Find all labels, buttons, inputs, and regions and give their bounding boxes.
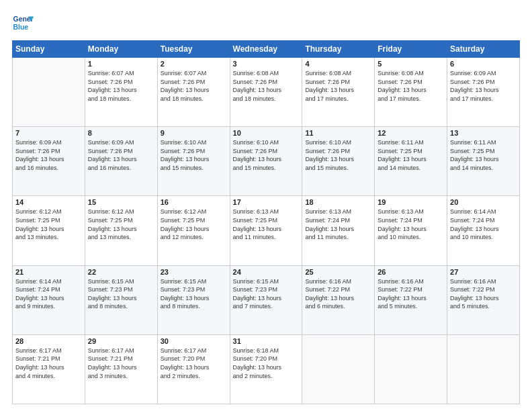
- day-info: Sunrise: 6:17 AM Sunset: 7:21 PM Dayligh…: [15, 347, 82, 380]
- day-info: Sunrise: 6:10 AM Sunset: 7:26 PM Dayligh…: [233, 138, 300, 172]
- calendar-day-cell: 15Sunrise: 6:12 AM Sunset: 7:25 PM Dayli…: [85, 196, 157, 265]
- day-number: 4: [305, 60, 371, 68]
- day-info: Sunrise: 6:09 AM Sunset: 7:26 PM Dayligh…: [450, 69, 517, 103]
- day-info: Sunrise: 6:13 AM Sunset: 7:25 PM Dayligh…: [233, 208, 300, 241]
- day-info: Sunrise: 6:10 AM Sunset: 7:26 PM Dayligh…: [161, 138, 227, 172]
- calendar-day-cell: 19Sunrise: 6:13 AM Sunset: 7:24 PM Dayli…: [375, 196, 447, 265]
- calendar-day-cell: 23Sunrise: 6:15 AM Sunset: 7:23 PM Dayli…: [157, 265, 230, 334]
- calendar-day-cell: 22Sunrise: 6:15 AM Sunset: 7:23 PM Dayli…: [85, 265, 157, 334]
- day-info: Sunrise: 6:17 AM Sunset: 7:21 PM Dayligh…: [88, 347, 154, 380]
- calendar-day-cell: 12Sunrise: 6:11 AM Sunset: 7:25 PM Dayli…: [375, 127, 447, 196]
- calendar-day-cell: 9Sunrise: 6:10 AM Sunset: 7:26 PM Daylig…: [157, 127, 230, 196]
- day-info: Sunrise: 6:08 AM Sunset: 7:26 PM Dayligh…: [305, 69, 371, 103]
- day-info: Sunrise: 6:13 AM Sunset: 7:24 PM Dayligh…: [378, 208, 444, 241]
- calendar-header-row: SundayMondayTuesdayWednesdayThursdayFrid…: [13, 41, 520, 58]
- calendar-day-cell: 4Sunrise: 6:08 AM Sunset: 7:26 PM Daylig…: [302, 58, 375, 127]
- day-number: 12: [378, 129, 444, 137]
- weekday-header: Wednesday: [230, 41, 302, 58]
- day-number: 10: [233, 129, 300, 137]
- day-number: 22: [88, 268, 154, 276]
- day-number: 8: [88, 129, 154, 137]
- logo-icon: General Blue: [12, 12, 34, 34]
- calendar-week-row: 21Sunrise: 6:14 AM Sunset: 7:24 PM Dayli…: [13, 265, 520, 334]
- day-number: 6: [450, 60, 517, 68]
- day-info: Sunrise: 6:16 AM Sunset: 7:22 PM Dayligh…: [450, 277, 517, 311]
- calendar-week-row: 14Sunrise: 6:12 AM Sunset: 7:25 PM Dayli…: [13, 196, 520, 265]
- day-number: 3: [233, 60, 300, 68]
- day-number: 18: [305, 198, 371, 206]
- calendar-day-cell: 6Sunrise: 6:09 AM Sunset: 7:26 PM Daylig…: [447, 58, 520, 127]
- calendar-day-cell: 3Sunrise: 6:08 AM Sunset: 7:26 PM Daylig…: [230, 58, 302, 127]
- page-header: General Blue: [12, 12, 520, 34]
- calendar-day-cell: [375, 334, 447, 404]
- calendar-day-cell: 29Sunrise: 6:17 AM Sunset: 7:21 PM Dayli…: [85, 334, 157, 404]
- day-number: 17: [233, 198, 300, 206]
- calendar-day-cell: 16Sunrise: 6:12 AM Sunset: 7:25 PM Dayli…: [157, 196, 230, 265]
- day-info: Sunrise: 6:17 AM Sunset: 7:20 PM Dayligh…: [161, 347, 227, 380]
- day-info: Sunrise: 6:08 AM Sunset: 7:26 PM Dayligh…: [233, 69, 300, 103]
- calendar-table: SundayMondayTuesdayWednesdayThursdayFrid…: [12, 40, 520, 404]
- weekday-header: Tuesday: [157, 41, 230, 58]
- calendar-day-cell: 17Sunrise: 6:13 AM Sunset: 7:25 PM Dayli…: [230, 196, 302, 265]
- calendar-day-cell: 7Sunrise: 6:09 AM Sunset: 7:26 PM Daylig…: [13, 127, 85, 196]
- calendar-day-cell: 21Sunrise: 6:14 AM Sunset: 7:24 PM Dayli…: [13, 265, 85, 334]
- day-info: Sunrise: 6:09 AM Sunset: 7:26 PM Dayligh…: [88, 138, 154, 172]
- calendar-day-cell: 27Sunrise: 6:16 AM Sunset: 7:22 PM Dayli…: [447, 265, 520, 334]
- day-number: 7: [15, 129, 82, 137]
- day-number: 30: [161, 337, 227, 345]
- calendar-day-cell: 14Sunrise: 6:12 AM Sunset: 7:25 PM Dayli…: [13, 196, 85, 265]
- day-info: Sunrise: 6:13 AM Sunset: 7:24 PM Dayligh…: [305, 208, 371, 241]
- day-info: Sunrise: 6:11 AM Sunset: 7:25 PM Dayligh…: [450, 138, 517, 172]
- calendar-day-cell: 20Sunrise: 6:14 AM Sunset: 7:24 PM Dayli…: [447, 196, 520, 265]
- day-info: Sunrise: 6:07 AM Sunset: 7:26 PM Dayligh…: [161, 69, 227, 103]
- day-number: 24: [233, 268, 300, 276]
- calendar-week-row: 1Sunrise: 6:07 AM Sunset: 7:26 PM Daylig…: [13, 58, 520, 127]
- calendar-day-cell: [302, 334, 375, 404]
- day-number: 9: [161, 129, 227, 137]
- calendar-day-cell: 11Sunrise: 6:10 AM Sunset: 7:26 PM Dayli…: [302, 127, 375, 196]
- day-number: 26: [378, 268, 444, 276]
- calendar-week-row: 28Sunrise: 6:17 AM Sunset: 7:21 PM Dayli…: [13, 334, 520, 404]
- day-number: 5: [378, 60, 444, 68]
- day-info: Sunrise: 6:09 AM Sunset: 7:26 PM Dayligh…: [15, 138, 82, 172]
- day-info: Sunrise: 6:14 AM Sunset: 7:24 PM Dayligh…: [15, 277, 82, 311]
- day-number: 13: [450, 129, 517, 137]
- day-number: 14: [15, 198, 82, 206]
- weekday-header: Monday: [85, 41, 157, 58]
- day-info: Sunrise: 6:11 AM Sunset: 7:25 PM Dayligh…: [378, 138, 444, 172]
- day-info: Sunrise: 6:15 AM Sunset: 7:23 PM Dayligh…: [233, 277, 300, 311]
- calendar-day-cell: [447, 334, 520, 404]
- weekday-header: Sunday: [13, 41, 85, 58]
- calendar-day-cell: 31Sunrise: 6:18 AM Sunset: 7:20 PM Dayli…: [230, 334, 302, 404]
- day-info: Sunrise: 6:12 AM Sunset: 7:25 PM Dayligh…: [15, 208, 82, 241]
- calendar-day-cell: 8Sunrise: 6:09 AM Sunset: 7:26 PM Daylig…: [85, 127, 157, 196]
- calendar-day-cell: 28Sunrise: 6:17 AM Sunset: 7:21 PM Dayli…: [13, 334, 85, 404]
- day-number: 1: [88, 60, 154, 68]
- day-number: 23: [161, 268, 227, 276]
- day-number: 20: [450, 198, 517, 206]
- calendar-day-cell: 25Sunrise: 6:16 AM Sunset: 7:22 PM Dayli…: [302, 265, 375, 334]
- day-number: 29: [88, 337, 154, 345]
- day-number: 25: [305, 268, 371, 276]
- calendar-day-cell: 2Sunrise: 6:07 AM Sunset: 7:26 PM Daylig…: [157, 58, 230, 127]
- weekday-header: Friday: [375, 41, 447, 58]
- calendar-day-cell: 30Sunrise: 6:17 AM Sunset: 7:20 PM Dayli…: [157, 334, 230, 404]
- calendar-week-row: 7Sunrise: 6:09 AM Sunset: 7:26 PM Daylig…: [13, 127, 520, 196]
- day-number: 28: [15, 337, 82, 345]
- calendar-day-cell: 13Sunrise: 6:11 AM Sunset: 7:25 PM Dayli…: [447, 127, 520, 196]
- day-info: Sunrise: 6:16 AM Sunset: 7:22 PM Dayligh…: [305, 277, 371, 311]
- weekday-header: Saturday: [447, 41, 520, 58]
- day-info: Sunrise: 6:12 AM Sunset: 7:25 PM Dayligh…: [161, 208, 227, 241]
- calendar-day-cell: 1Sunrise: 6:07 AM Sunset: 7:26 PM Daylig…: [85, 58, 157, 127]
- day-info: Sunrise: 6:07 AM Sunset: 7:26 PM Dayligh…: [88, 69, 154, 103]
- calendar-day-cell: 18Sunrise: 6:13 AM Sunset: 7:24 PM Dayli…: [302, 196, 375, 265]
- day-info: Sunrise: 6:18 AM Sunset: 7:20 PM Dayligh…: [233, 347, 300, 380]
- logo: General Blue: [12, 12, 34, 34]
- weekday-header: Thursday: [302, 41, 375, 58]
- calendar-day-cell: 10Sunrise: 6:10 AM Sunset: 7:26 PM Dayli…: [230, 127, 302, 196]
- calendar-day-cell: [13, 58, 85, 127]
- calendar-day-cell: 26Sunrise: 6:16 AM Sunset: 7:22 PM Dayli…: [375, 265, 447, 334]
- day-number: 31: [233, 337, 300, 345]
- day-info: Sunrise: 6:15 AM Sunset: 7:23 PM Dayligh…: [161, 277, 227, 311]
- day-number: 15: [88, 198, 154, 206]
